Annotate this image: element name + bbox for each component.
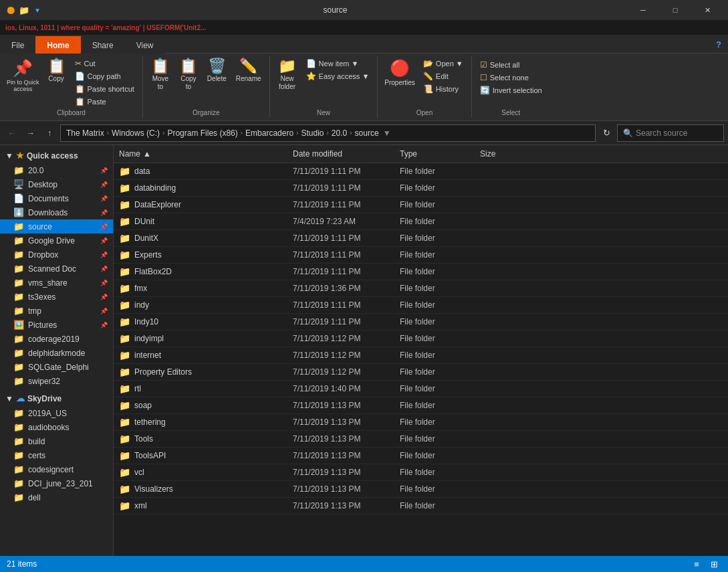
path-chevron[interactable]: ▼ xyxy=(382,124,392,142)
new-item-button[interactable]: 📄 New item ▼ xyxy=(302,58,374,70)
sidebar-item-sqlgate-delphi[interactable]: 📁 SQLGate_Delphi xyxy=(0,360,113,374)
new-folder-button[interactable]: 📁 Newfolder xyxy=(274,56,301,94)
paste-shortcut-button[interactable]: 📋 Paste shortcut xyxy=(71,83,138,95)
address-path[interactable]: The Matrix › Windows (C:) › Program File… xyxy=(60,124,596,142)
copy-button[interactable]: 📋 Copy xyxy=(43,56,70,94)
table-row[interactable]: 📁 DunitX 7/11/2019 1:11 PM File folder xyxy=(114,230,728,247)
sidebar-item-google-drive[interactable]: 📁 Google Drive 📌 xyxy=(0,233,113,248)
sidebar-item-2019a[interactable]: 📁 2019A_US xyxy=(0,406,113,420)
table-row[interactable]: 📁 Indy10 7/11/2019 1:11 PM File folder xyxy=(114,314,728,330)
sidebar-item-dci[interactable]: 📁 DCI_june_23_201 xyxy=(0,476,113,490)
file-type: File folder xyxy=(394,349,475,361)
table-row[interactable]: 📁 Property Editors 7/11/2019 1:12 PM Fil… xyxy=(114,364,728,381)
sidebar-item-coderage[interactable]: 📁 coderage2019 xyxy=(0,332,113,346)
open-button[interactable]: 📂 Open ▼ xyxy=(419,58,467,70)
forward-button[interactable]: → xyxy=(23,125,39,141)
table-row[interactable]: 📁 Experts 7/11/2019 1:11 PM File folder xyxy=(114,247,728,264)
sidebar-item-tmp[interactable]: 📁 tmp 📌 xyxy=(0,304,113,318)
edit-button[interactable]: ✏️ Edit xyxy=(419,70,467,82)
table-row[interactable]: 📁 DataExplorer 7/11/2019 1:11 PM File fo… xyxy=(114,197,728,213)
col-header-name[interactable]: Name ▲ xyxy=(114,148,287,160)
sidebar-item-pictures[interactable]: 🖼️ Pictures 📌 xyxy=(0,318,113,332)
maximize-button[interactable]: □ xyxy=(660,0,691,20)
sidebar-item-delphi-darkmode[interactable]: 📁 delphidarkmode xyxy=(0,346,113,360)
table-row[interactable]: 📁 vcl 7/11/2019 1:13 PM File folder xyxy=(114,464,728,481)
table-row[interactable]: 📁 data 7/11/2019 1:11 PM File folder xyxy=(114,163,728,180)
table-row[interactable]: 📁 indyimpl 7/11/2019 1:12 PM File folder xyxy=(114,330,728,347)
table-row[interactable]: 📁 internet 7/11/2019 1:12 PM File folder xyxy=(114,347,728,364)
sidebar-item-build-label: build xyxy=(28,437,45,446)
tab-file[interactable]: File xyxy=(0,36,35,54)
move-to-button[interactable]: 📋 Moveto xyxy=(147,56,174,94)
pin-small-icon: 📌 xyxy=(100,181,108,188)
select-all-button[interactable]: ☑ Select all xyxy=(476,59,546,71)
col-header-type[interactable]: Type xyxy=(394,148,475,160)
sidebar-item-ts3exes[interactable]: 📁 ts3exes 📌 xyxy=(0,290,113,304)
table-row[interactable]: 📁 tethering 7/11/2019 1:13 PM File folde… xyxy=(114,414,728,431)
sidebar-item-desktop[interactable]: 🖥️ Desktop 📌 xyxy=(0,177,113,191)
table-row[interactable]: 📁 ToolsAPI 7/11/2019 1:13 PM File folder xyxy=(114,448,728,464)
sidebar-item-audiobooks[interactable]: 📁 audiobooks xyxy=(0,420,113,434)
tab-share[interactable]: Share xyxy=(81,36,125,54)
file-size xyxy=(475,387,528,390)
refresh-button[interactable]: ↻ xyxy=(598,125,614,141)
paste-button[interactable]: 📋 Paste xyxy=(71,96,138,108)
sidebar-item-codesigncert[interactable]: 📁 codesigncert xyxy=(0,462,113,476)
cut-button[interactable]: ✂ Cut xyxy=(71,58,138,70)
table-row[interactable]: 📁 soap 7/11/2019 1:13 PM File folder xyxy=(114,397,728,414)
delete-button[interactable]: 🗑️ Delete xyxy=(203,56,231,94)
quick-access-chevron: ▼ xyxy=(5,151,13,161)
sidebar-item-200[interactable]: 📁 20.0 📌 xyxy=(0,163,113,177)
cut-icon: ✂ xyxy=(75,59,82,68)
tab-home[interactable]: Home xyxy=(35,36,80,54)
rename-button[interactable]: ✏️ Rename xyxy=(232,56,265,94)
search-box[interactable]: 🔍 Search source xyxy=(617,124,724,142)
path-200[interactable]: 20.0 xyxy=(332,128,347,138)
sidebar-item-downloads[interactable]: ⬇️ Downloads 📌 xyxy=(0,205,113,219)
table-row[interactable]: 📁 xml 7/11/2019 1:13 PM File folder xyxy=(114,498,728,514)
sidebar-item-scanned-doc[interactable]: 📁 Scanned Doc 📌 xyxy=(0,262,113,276)
copy-to-button[interactable]: 📋 Copyto xyxy=(175,56,202,94)
up-button[interactable]: ↑ xyxy=(41,125,57,141)
sidebar-item-build[interactable]: 📁 build xyxy=(0,434,113,448)
sidebar-item-swiper32[interactable]: 📁 swiper32 xyxy=(0,374,113,388)
table-row[interactable]: 📁 databinding 7/11/2019 1:11 PM File fol… xyxy=(114,180,728,197)
properties-button[interactable]: 🔴 Properties xyxy=(382,56,418,94)
tab-view[interactable]: View xyxy=(125,36,165,54)
col-header-date[interactable]: Date modified xyxy=(287,148,394,160)
col-header-size[interactable]: Size xyxy=(475,148,528,160)
table-row[interactable]: 📁 FlatBox2D 7/11/2019 1:11 PM File folde… xyxy=(114,264,728,280)
sidebar-item-source[interactable]: 📁 source 📌 xyxy=(0,219,113,233)
quick-access-header[interactable]: ▼ ★ Quick access xyxy=(0,148,113,163)
sidebar-item-documents[interactable]: 📄 Documents 📌 xyxy=(0,191,113,205)
minimize-button[interactable]: ─ xyxy=(628,0,658,20)
invert-selection-button[interactable]: 🔄 Invert selection xyxy=(476,84,546,96)
table-row[interactable]: 📁 DUnit 7/4/2019 7:23 AM File folder xyxy=(114,213,728,230)
back-button[interactable]: ← xyxy=(4,125,20,141)
copy-path-button[interactable]: 📄 Copy path xyxy=(71,70,138,82)
sidebar-item-vms-share[interactable]: 📁 vms_share 📌 xyxy=(0,276,113,290)
pin-to-quick-access-button[interactable]: 📌 Pin to Quickaccess xyxy=(4,56,42,94)
sidebar-item-dell[interactable]: 📁 dell xyxy=(0,490,113,504)
easy-access-button[interactable]: ⭐ Easy access ▼ xyxy=(302,70,374,82)
path-embarcadero[interactable]: Embarcadero xyxy=(245,128,293,138)
select-none-button[interactable]: ☐ Select none xyxy=(476,72,546,84)
table-row[interactable]: 📁 fmx 7/11/2019 1:36 PM File folder xyxy=(114,280,728,297)
list-view-button[interactable]: ≡ xyxy=(689,557,704,571)
table-row[interactable]: 📁 Visualizers 7/11/2019 1:13 PM File fol… xyxy=(114,481,728,498)
history-button[interactable]: 📜 History xyxy=(419,83,467,95)
path-program-files[interactable]: Program Files (x86) xyxy=(167,128,237,138)
sidebar-item-certs[interactable]: 📁 certs xyxy=(0,448,113,462)
help-button[interactable]: ? xyxy=(709,36,728,54)
path-the-matrix[interactable]: The Matrix xyxy=(66,128,104,138)
grid-view-button[interactable]: ⊞ xyxy=(707,557,721,571)
close-button[interactable]: ✕ xyxy=(692,0,723,20)
path-source[interactable]: source xyxy=(355,128,379,138)
path-windows[interactable]: Windows (C:) xyxy=(112,128,160,138)
skydrive-header[interactable]: ▼ ☁ SkyDrive xyxy=(0,391,113,406)
table-row[interactable]: 📁 Tools 7/11/2019 1:13 PM File folder xyxy=(114,431,728,448)
path-studio[interactable]: Studio xyxy=(301,128,324,138)
table-row[interactable]: 📁 indy 7/11/2019 1:11 PM File folder xyxy=(114,297,728,314)
sidebar-item-dropbox[interactable]: 📁 Dropbox 📌 xyxy=(0,248,113,262)
table-row[interactable]: 📁 rtl 7/11/2019 1:40 PM File folder xyxy=(114,381,728,397)
